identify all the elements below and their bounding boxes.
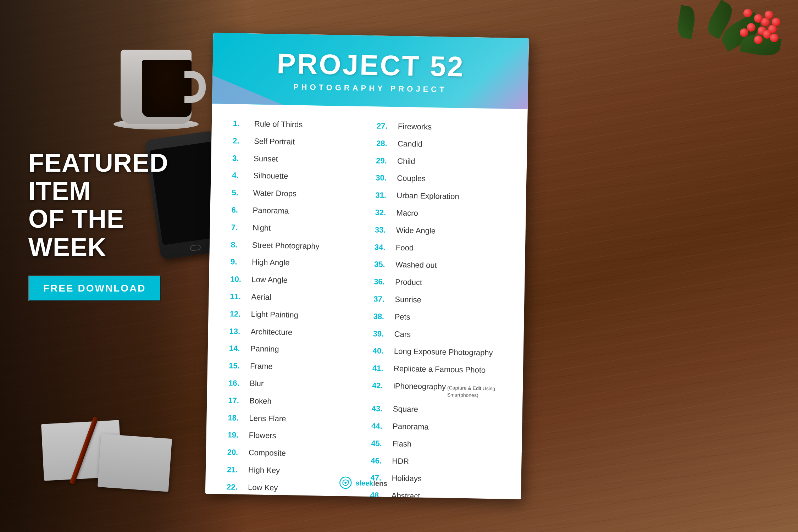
item-number: 2. <box>233 135 254 147</box>
list-item: 36.Product <box>374 277 503 290</box>
berry-branch <box>656 7 791 99</box>
list-item: 18.Lens Flare <box>228 412 357 426</box>
document-content: 1.Rule of Thirds2.Self Portrait3.Sunset4… <box>205 104 528 499</box>
item-label: Flowers <box>249 430 276 442</box>
list-item: 29.Child <box>376 155 505 168</box>
brand-name: sleeklens <box>355 479 387 488</box>
item-number: 18. <box>228 412 249 424</box>
item-small-label: (Capture & Edit Using Smartphones) <box>447 384 502 399</box>
item-number: 15. <box>229 360 250 372</box>
document-subtitle: PHOTOGRAPHY PROJECT <box>293 82 447 94</box>
item-number: 12. <box>229 309 251 320</box>
cup-body <box>121 50 192 124</box>
list-item: 35.Washed out <box>374 259 504 272</box>
list-item: 11.Aerial <box>230 291 359 304</box>
item-number: 14. <box>229 343 251 355</box>
item-number: 3. <box>232 153 254 164</box>
leaf-4 <box>676 5 697 39</box>
list-item: 9.High Angle <box>231 257 360 270</box>
list-item: 1.Rule of Thirds <box>233 118 362 131</box>
item-label: Aerial <box>251 292 271 303</box>
item-label: Square <box>393 404 418 415</box>
list-item: 8.Street Photography <box>231 239 360 253</box>
item-number: 42. <box>372 380 394 392</box>
item-label: Panorama <box>393 421 429 433</box>
list-item: 46.HDR <box>371 455 500 469</box>
item-number: 20. <box>227 447 249 458</box>
item-label: Pets <box>394 311 410 323</box>
list-item: 10.Low Angle <box>230 274 360 287</box>
item-number: 35. <box>374 259 396 271</box>
item-label: High Angle <box>252 257 290 269</box>
list-item: 20.Composite <box>227 447 356 460</box>
berry <box>743 9 752 17</box>
item-number: 46. <box>371 455 392 467</box>
right-column: 27.Fireworks28.Candid29.Child30.Couples3… <box>369 121 506 499</box>
item-number: 9. <box>231 257 252 268</box>
item-label: Candid <box>398 138 422 150</box>
berry <box>772 18 780 26</box>
list-item: 44.Panorama <box>371 421 501 434</box>
item-label: Wide Angle <box>396 225 436 237</box>
item-label: Cars <box>394 329 411 340</box>
list-item: 33.Wide Angle <box>375 225 504 238</box>
list-item: 41.Replicate a Famous Photo <box>372 363 502 376</box>
item-label: Child <box>397 156 415 167</box>
list-item: 38.Pets <box>373 311 503 324</box>
item-label: Self Portrait <box>254 136 295 148</box>
berry <box>754 35 763 44</box>
item-label: Silhouette <box>253 171 288 182</box>
item-label: iPhoneography <box>393 381 446 392</box>
item-number: 17. <box>228 395 250 406</box>
item-number: 1. <box>233 118 255 129</box>
document-header: PROJECT 52 PHOTOGRAPHY PROJECT <box>212 33 529 109</box>
item-label: HDR <box>392 456 409 467</box>
berry <box>770 34 778 42</box>
item-number: 32. <box>375 207 397 218</box>
item-number: 4. <box>232 170 254 182</box>
item-label: Washed out <box>395 260 437 271</box>
item-label: Long Exposure Photography <box>394 346 493 359</box>
berry <box>740 28 748 37</box>
item-number: 37. <box>373 294 395 305</box>
berry <box>754 14 763 23</box>
item-number: 44. <box>371 421 393 432</box>
item-label: Frame <box>250 361 273 372</box>
item-label: Light Painting <box>251 309 298 321</box>
item-label: Replicate a Famous Photo <box>394 364 486 376</box>
item-label: Urban Exploration <box>397 190 459 203</box>
item-label: Blur <box>250 378 264 389</box>
item-label: Flash <box>392 438 411 450</box>
list-item: 3.Sunset <box>232 153 362 166</box>
item-number: 31. <box>375 190 397 201</box>
item-number: 34. <box>375 242 396 253</box>
item-label: Low Angle <box>251 274 288 286</box>
list-item: 7.Night <box>231 222 361 235</box>
item-number: 30. <box>376 173 397 184</box>
item-label: Panning <box>250 344 279 355</box>
item-label: Sunrise <box>395 294 421 305</box>
list-item: 40.Long Exposure Photography <box>373 346 502 359</box>
item-number: 13. <box>229 326 251 337</box>
cup-handle <box>184 71 206 103</box>
brand-logo-icon <box>339 476 352 489</box>
featured-section: FEATURED ITEM OF THE WEEK FREE DOWNLOAD <box>28 149 177 301</box>
item-number: 10. <box>230 274 252 285</box>
item-number: 27. <box>377 121 398 132</box>
item-label: Macro <box>396 207 418 219</box>
list-item: 2.Self Portrait <box>233 135 362 149</box>
free-download-button[interactable]: FREE DOWNLOAD <box>28 276 161 301</box>
item-label: Food <box>396 242 414 254</box>
left-column: 1.Rule of Thirds2.Self Portrait3.Sunset4… <box>225 118 362 499</box>
item-number: 6. <box>231 205 253 216</box>
list-item: 42.iPhoneography(Capture & Edit Using Sm… <box>372 380 502 399</box>
list-item: 31.Urban Exploration <box>375 190 505 203</box>
item-number: 36. <box>374 277 395 288</box>
item-label: Product <box>395 277 422 288</box>
item-number: 8. <box>231 239 253 251</box>
item-number: 11. <box>230 291 251 303</box>
list-item: 45.Flash <box>371 438 500 451</box>
list-item: 4.Silhouette <box>232 170 361 183</box>
item-label: Water Drops <box>253 188 297 200</box>
list-item: 30.Couples <box>376 173 505 186</box>
